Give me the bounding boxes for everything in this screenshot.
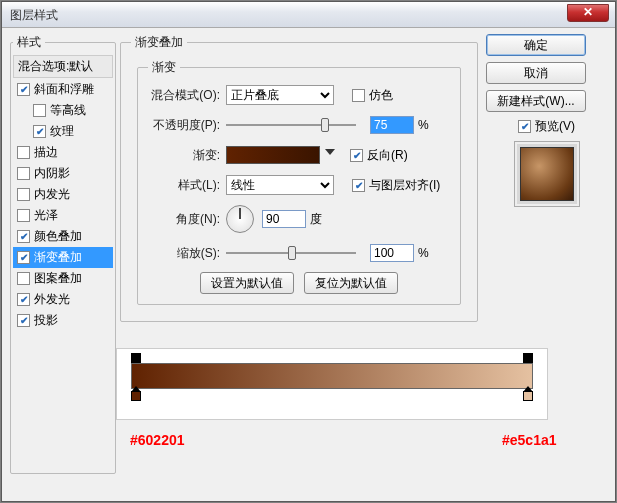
- row-gradient: 渐变: 反向(R): [148, 144, 450, 166]
- style-item-斜面和浮雕[interactable]: 斜面和浮雕: [13, 79, 113, 100]
- style-item-label: 纹理: [50, 123, 74, 140]
- close-icon: ✕: [583, 5, 593, 19]
- style-item-label: 内发光: [34, 186, 70, 203]
- style-item-label: 图案叠加: [34, 270, 82, 287]
- style-item-label: 等高线: [50, 102, 86, 119]
- opacity-stop-left[interactable]: [131, 353, 141, 363]
- angle-unit: 度: [310, 211, 322, 228]
- style-item-光泽[interactable]: 光泽: [13, 205, 113, 226]
- opacity-stop-right[interactable]: [523, 353, 533, 363]
- gradient-overlay-group: 渐变叠加 渐变 混合模式(O): 正片叠底 仿色 不透明度(P):: [120, 34, 478, 322]
- scale-input[interactable]: [370, 244, 414, 262]
- scale-pct: %: [418, 246, 429, 260]
- styles-legend: 样式: [13, 34, 45, 51]
- hex-right-label: #e5c1a1: [502, 432, 557, 448]
- scale-slider[interactable]: [226, 246, 356, 260]
- row-blend-mode: 混合模式(O): 正片叠底 仿色: [148, 84, 450, 106]
- default-buttons-row: 设置为默认值 复位为默认值: [148, 272, 450, 294]
- dialog-body: 样式 混合选项:默认 斜面和浮雕等高线纹理描边内阴影内发光光泽颜色叠加渐变叠加图…: [2, 28, 615, 482]
- angle-input[interactable]: [262, 210, 306, 228]
- style-item-checkbox[interactable]: [17, 272, 30, 285]
- styles-fieldset: 样式 混合选项:默认 斜面和浮雕等高线纹理描边内阴影内发光光泽颜色叠加渐变叠加图…: [10, 34, 116, 474]
- align-label: 与图层对齐(I): [369, 177, 440, 194]
- dither-checkbox[interactable]: [352, 89, 365, 102]
- gradient-swatch[interactable]: [226, 146, 320, 164]
- style-list: 斜面和浮雕等高线纹理描边内阴影内发光光泽颜色叠加渐变叠加图案叠加外发光投影: [13, 79, 113, 331]
- gradient-overlay-legend: 渐变叠加: [131, 34, 187, 51]
- layer-style-dialog: 图层样式 ✕ 样式 混合选项:默认 斜面和浮雕等高线纹理描边内阴影内发光光泽颜色…: [1, 1, 616, 502]
- scale-label: 缩放(S):: [148, 245, 226, 262]
- reverse-checkbox[interactable]: [350, 149, 363, 162]
- style-item-checkbox[interactable]: [17, 293, 30, 306]
- style-item-label: 光泽: [34, 207, 58, 224]
- style-item-checkbox[interactable]: [33, 125, 46, 138]
- row-opacity: 不透明度(P): %: [148, 114, 450, 136]
- set-default-button[interactable]: 设置为默认值: [200, 272, 294, 294]
- reset-default-button[interactable]: 复位为默认值: [304, 272, 398, 294]
- style-item-label: 外发光: [34, 291, 70, 308]
- opacity-slider[interactable]: [226, 118, 356, 132]
- style-item-label: 颜色叠加: [34, 228, 82, 245]
- opacity-label: 不透明度(P):: [148, 117, 226, 134]
- angle-label: 角度(N):: [148, 211, 226, 228]
- style-item-label: 内阴影: [34, 165, 70, 182]
- row-style: 样式(L): 线性 与图层对齐(I): [148, 174, 450, 196]
- middle-column: 渐变叠加 渐变 混合模式(O): 正片叠底 仿色 不透明度(P):: [120, 34, 478, 474]
- style-item-渐变叠加[interactable]: 渐变叠加: [13, 247, 113, 268]
- blend-options-header[interactable]: 混合选项:默认: [13, 55, 113, 78]
- reverse-label: 反向(R): [367, 147, 408, 164]
- color-stop-left[interactable]: [131, 391, 141, 401]
- align-checkbox[interactable]: [352, 179, 365, 192]
- style-item-label: 斜面和浮雕: [34, 81, 94, 98]
- style-item-纹理[interactable]: 纹理: [13, 121, 113, 142]
- blend-mode-select[interactable]: 正片叠底: [226, 85, 334, 105]
- style-item-checkbox[interactable]: [33, 104, 46, 117]
- preview-box: [514, 141, 580, 207]
- preview-row: 预览(V): [486, 118, 607, 135]
- gradient-bar[interactable]: [131, 363, 533, 389]
- style-item-颜色叠加[interactable]: 颜色叠加: [13, 226, 113, 247]
- row-angle: 角度(N): 度: [148, 204, 450, 234]
- gradient-inner-legend: 渐变: [148, 59, 180, 76]
- style-label: 样式(L):: [148, 177, 226, 194]
- gradient-inner-group: 渐变 混合模式(O): 正片叠底 仿色 不透明度(P):: [137, 59, 461, 305]
- style-item-checkbox[interactable]: [17, 314, 30, 327]
- ok-button[interactable]: 确定: [486, 34, 586, 56]
- gradient-editor[interactable]: [116, 348, 548, 420]
- cancel-button[interactable]: 取消: [486, 62, 586, 84]
- opacity-input[interactable]: [370, 116, 414, 134]
- preview-label: 预览(V): [535, 118, 575, 135]
- style-item-checkbox[interactable]: [17, 251, 30, 264]
- style-item-checkbox[interactable]: [17, 230, 30, 243]
- color-stop-right[interactable]: [523, 391, 533, 401]
- style-item-checkbox[interactable]: [17, 167, 30, 180]
- blend-options-label: 混合选项:默认: [18, 59, 93, 73]
- style-item-checkbox[interactable]: [17, 83, 30, 96]
- style-item-label: 投影: [34, 312, 58, 329]
- style-item-描边[interactable]: 描边: [13, 142, 113, 163]
- dither-label: 仿色: [369, 87, 393, 104]
- titlebar[interactable]: 图层样式 ✕: [2, 2, 615, 28]
- style-item-等高线[interactable]: 等高线: [13, 100, 113, 121]
- style-item-投影[interactable]: 投影: [13, 310, 113, 331]
- style-item-checkbox[interactable]: [17, 209, 30, 222]
- left-column: 样式 混合选项:默认 斜面和浮雕等高线纹理描边内阴影内发光光泽颜色叠加渐变叠加图…: [10, 34, 116, 474]
- new-style-button[interactable]: 新建样式(W)...: [486, 90, 586, 112]
- style-item-图案叠加[interactable]: 图案叠加: [13, 268, 113, 289]
- preview-thumb: [520, 147, 574, 201]
- style-item-checkbox[interactable]: [17, 188, 30, 201]
- hex-left-label: #602201: [130, 432, 185, 448]
- blend-mode-label: 混合模式(O):: [148, 87, 226, 104]
- angle-dial[interactable]: [226, 205, 254, 233]
- style-item-checkbox[interactable]: [17, 146, 30, 159]
- close-button[interactable]: ✕: [567, 4, 609, 22]
- style-item-内阴影[interactable]: 内阴影: [13, 163, 113, 184]
- gradient-label: 渐变:: [148, 147, 226, 164]
- style-item-内发光[interactable]: 内发光: [13, 184, 113, 205]
- window-title: 图层样式: [10, 8, 58, 22]
- style-item-外发光[interactable]: 外发光: [13, 289, 113, 310]
- style-item-label: 渐变叠加: [34, 249, 82, 266]
- preview-checkbox[interactable]: [518, 120, 531, 133]
- opacity-pct: %: [418, 118, 429, 132]
- style-select[interactable]: 线性: [226, 175, 334, 195]
